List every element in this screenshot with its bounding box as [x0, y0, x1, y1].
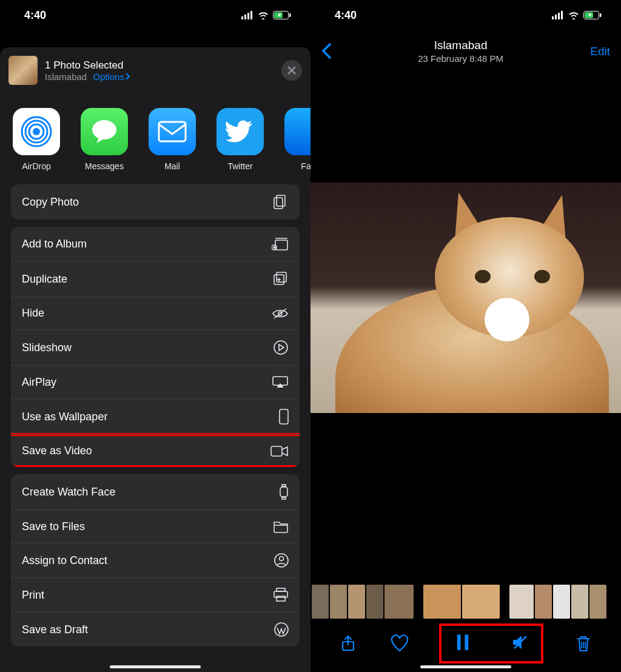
filmstrip-thumb[interactable] — [366, 585, 383, 619]
play-circle-icon — [273, 340, 289, 355]
filmstrip-thumb[interactable] — [509, 585, 534, 619]
share-title: 1 Photo Selected — [45, 59, 130, 72]
action-print[interactable]: Print — [11, 577, 300, 612]
edit-button[interactable]: Edit — [590, 45, 610, 58]
svg-rect-34 — [555, 15, 557, 19]
action-use-as-wallpaper[interactable]: Use as Wallpaper — [11, 398, 300, 434]
photo-viewport[interactable] — [310, 79, 621, 516]
app-airdrop[interactable]: AirDrop — [11, 108, 62, 171]
iphone-icon — [279, 409, 289, 425]
filmstrip-thumb[interactable] — [462, 585, 500, 619]
mute-button[interactable] — [508, 631, 531, 654]
filmstrip-thumb[interactable] — [330, 585, 347, 619]
share-options-button[interactable]: Options — [93, 72, 130, 82]
twitter-icon — [226, 119, 255, 144]
svg-rect-17 — [277, 272, 286, 282]
share-apps-row[interactable]: AirDrop Messages Mail Twitter — [0, 93, 310, 184]
delete-button[interactable] — [572, 632, 595, 655]
filmstrip-thumb[interactable] — [384, 585, 414, 619]
svg-point-20 — [274, 341, 287, 354]
svg-rect-25 — [282, 485, 286, 486]
contact-icon — [274, 553, 289, 568]
nav-subtitle: 23 February 8:48 PM — [331, 53, 590, 64]
bottom-toolbar — [310, 623, 621, 664]
watch-icon — [279, 484, 289, 500]
status-indicators — [241, 11, 291, 19]
svg-rect-0 — [241, 16, 243, 19]
home-indicator[interactable] — [420, 665, 511, 668]
filmstrip-thumb[interactable] — [589, 585, 606, 619]
svg-rect-15 — [275, 240, 287, 250]
action-assign-to-contact[interactable]: Assign to Contact — [11, 543, 300, 577]
action-hide[interactable]: Hide — [11, 297, 300, 329]
nav-bar: Islamabad 23 February 8:48 PM Edit — [310, 30, 621, 67]
copy-icon — [273, 194, 289, 210]
chevron-left-icon — [321, 43, 331, 59]
printer-icon — [273, 588, 289, 602]
battery-icon — [583, 11, 602, 19]
trash-icon — [574, 634, 592, 653]
playback-controls-highlight — [439, 623, 543, 664]
filmstrip[interactable] — [310, 585, 621, 619]
filmstrip-thumb[interactable] — [553, 585, 570, 619]
close-button[interactable] — [281, 60, 302, 81]
favorite-button[interactable] — [388, 632, 411, 655]
share-sheet-screen: 4:40 1 Photo Selected Islamabad Options — [0, 0, 310, 672]
status-time: 4:40 — [24, 9, 46, 22]
svg-rect-24 — [280, 487, 287, 497]
share-button[interactable] — [337, 632, 360, 655]
filmstrip-thumb[interactable] — [535, 585, 552, 619]
action-slideshow[interactable]: Slideshow — [11, 329, 300, 365]
svg-rect-12 — [159, 122, 186, 141]
album-add-icon — [272, 237, 289, 251]
svg-point-28 — [280, 557, 284, 561]
airplay-icon — [272, 375, 289, 389]
selected-photo-thumbnail[interactable] — [8, 56, 38, 85]
home-indicator[interactable] — [110, 665, 201, 668]
svg-rect-41 — [457, 634, 461, 650]
status-bar: 4:40 — [0, 0, 310, 30]
heart-icon — [391, 634, 409, 653]
status-time: 4:40 — [335, 9, 357, 22]
svg-rect-42 — [465, 634, 469, 650]
chevron-right-icon — [126, 73, 130, 80]
share-icon — [339, 634, 357, 653]
filmstrip-thumb[interactable] — [571, 585, 588, 619]
filmstrip-thumb[interactable] — [312, 585, 329, 619]
filmstrip-thumb[interactable] — [348, 585, 365, 619]
action-create-watch-face[interactable]: Create Watch Face — [11, 474, 300, 509]
app-twitter[interactable]: Twitter — [215, 108, 266, 171]
action-copy-photo[interactable]: Copy Photo — [11, 184, 300, 220]
status-bar: 4:40 — [310, 0, 621, 30]
action-save-to-files[interactable]: Save to Files — [11, 509, 300, 543]
action-add-to-album[interactable]: Add to Album — [11, 227, 300, 261]
folder-icon — [273, 520, 289, 533]
app-facebook-partial[interactable]: Fac — [283, 108, 310, 171]
nav-title: Islamabad — [331, 39, 590, 52]
hide-icon — [272, 307, 289, 320]
action-save-as-video[interactable]: Save as Video — [11, 434, 300, 467]
action-duplicate[interactable]: Duplicate — [11, 261, 300, 297]
cellular-icon — [552, 11, 564, 19]
back-button[interactable] — [321, 41, 331, 62]
share-actions: Copy Photo Add to Album Duplicate Hide — [0, 184, 310, 657]
action-airplay[interactable]: AirPlay — [11, 365, 300, 398]
app-mail[interactable]: Mail — [147, 108, 198, 171]
svg-rect-23 — [271, 446, 282, 456]
filmstrip-thumb-current[interactable] — [423, 585, 461, 619]
svg-rect-6 — [289, 13, 291, 17]
photo-view-screen: 4:40 Islamabad 23 February 8:48 PM Edit — [310, 0, 621, 672]
svg-rect-36 — [561, 11, 563, 19]
app-messages[interactable]: Messages — [79, 108, 130, 171]
close-icon — [287, 66, 297, 75]
wifi-icon — [257, 11, 269, 19]
mail-icon — [156, 119, 188, 144]
action-save-as-draft[interactable]: Save as Draft — [11, 612, 300, 647]
pause-button[interactable] — [451, 631, 474, 654]
share-header: 1 Photo Selected Islamabad Options — [0, 47, 310, 93]
svg-rect-1 — [244, 15, 246, 19]
svg-point-11 — [92, 120, 116, 139]
svg-rect-33 — [552, 16, 554, 19]
battery-icon — [273, 11, 291, 19]
svg-rect-26 — [282, 497, 286, 499]
